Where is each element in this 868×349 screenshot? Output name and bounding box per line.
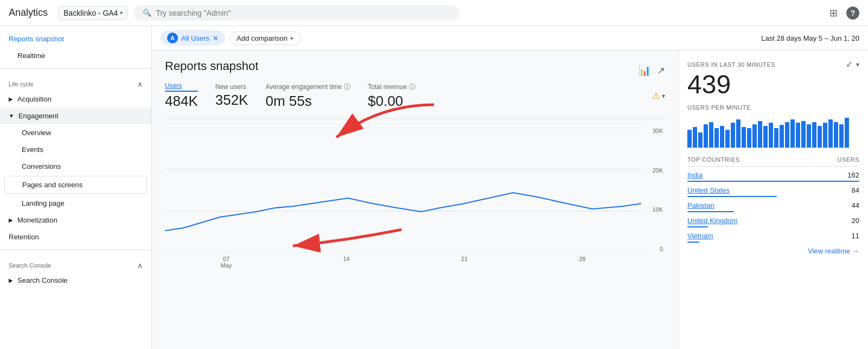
- line-chart-svg: [165, 128, 641, 252]
- sidebar: Reports snapshot Realtime Life cycle ∧ ▶…: [0, 26, 152, 349]
- mini-bar: [812, 122, 816, 148]
- add-comparison-label: Add comparison: [237, 34, 288, 42]
- country-name[interactable]: United Kingdom: [687, 217, 738, 225]
- sidebar-divider-1: [0, 68, 151, 69]
- countries-list: India162United States84Pakistan44United …: [687, 171, 859, 243]
- realtime-section-label: USERS IN LAST 30 MINUTES: [687, 61, 775, 68]
- country-name[interactable]: Pakistan: [687, 201, 714, 210]
- lifecycle-group-label: Life cycle ∧: [0, 73, 151, 91]
- country-users-count: 44: [852, 201, 859, 210]
- sidebar-item-overview[interactable]: Overview: [0, 124, 151, 141]
- country-row: United Kingdom20: [687, 217, 859, 227]
- metric-users-label[interactable]: Users: [165, 82, 198, 92]
- share-icon[interactable]: ↗: [657, 65, 665, 77]
- right-panel: USERS IN LAST 30 MINUTES ✓ ▾ 439 USERS P…: [678, 50, 868, 349]
- mini-bar: [763, 126, 768, 148]
- info-icon-revenue[interactable]: ⓘ: [409, 83, 416, 92]
- country-name[interactable]: United States: [687, 186, 730, 194]
- plus-icon: +: [290, 34, 294, 42]
- country-bar: [687, 196, 777, 197]
- sidebar-item-engagement[interactable]: ▼ Engagement: [0, 107, 151, 124]
- grid-icon[interactable]: ⊞: [829, 7, 838, 19]
- realtime-check-icon[interactable]: ✓: [846, 59, 853, 69]
- sidebar-item-conversions[interactable]: Conversions: [0, 158, 151, 175]
- view-realtime-link[interactable]: View realtime →: [687, 247, 859, 255]
- mini-bar: [687, 130, 692, 148]
- metric-engagement-value: 0m 55s: [265, 93, 350, 110]
- help-icon[interactable]: ?: [846, 7, 859, 20]
- all-users-label: All Users: [181, 34, 209, 42]
- sidebar-item-landing-page[interactable]: Landing page: [0, 195, 151, 212]
- chart-svg-wrap: [165, 128, 641, 252]
- close-icon[interactable]: ✕: [213, 34, 219, 42]
- search-icon: 🔍: [143, 9, 151, 17]
- mini-bar-chart: [687, 115, 859, 148]
- country-bar: [687, 226, 708, 227]
- add-comparison-button[interactable]: Add comparison +: [229, 31, 301, 45]
- mini-bar: [731, 123, 735, 148]
- mini-bar: [747, 128, 751, 148]
- mini-bar: [818, 126, 822, 148]
- header-right: ⊞ ?: [829, 7, 859, 20]
- mini-bar: [698, 132, 703, 148]
- search-input[interactable]: [156, 9, 451, 17]
- all-users-badge[interactable]: A All Users ✕: [161, 30, 225, 46]
- snapshot-content: Reports snapshot 📊 ↗ Users 484K New user…: [152, 50, 868, 349]
- mini-bar: [736, 119, 741, 148]
- mini-bar: [758, 121, 762, 148]
- search-bar[interactable]: 🔍: [134, 5, 459, 21]
- metric-dropdown-icon[interactable]: ▾: [662, 92, 665, 100]
- sidebar-item-acquisition[interactable]: ▶ Acquisition: [0, 91, 151, 107]
- sidebar-item-pages-screens[interactable]: Pages and screens: [4, 176, 147, 194]
- x-label-14: 14: [343, 256, 349, 269]
- chart-container: 30K 20K 10K 0: [165, 128, 665, 269]
- mini-bar: [693, 127, 697, 148]
- metric-alert: ⚠ ▾: [652, 91, 665, 101]
- search-console-expand-icon: ▶: [9, 277, 13, 283]
- country-users-count: 20: [852, 217, 859, 225]
- realtime-dropdown-icon[interactable]: ▾: [856, 61, 859, 68]
- mini-bar: [709, 122, 713, 148]
- metric-engagement: Average engagement time ⓘ 0m 55s: [265, 83, 350, 110]
- alert-icon[interactable]: ⚠: [652, 91, 660, 101]
- mini-bar: [828, 119, 833, 148]
- mini-bar: [801, 121, 806, 148]
- metric-revenue-value: $0.00: [368, 93, 416, 110]
- mini-bar: [785, 122, 789, 148]
- mini-bar: [845, 118, 849, 148]
- mini-bar: [769, 123, 773, 148]
- arrow-right-icon: →: [852, 247, 859, 255]
- expand-icon: ▶: [9, 96, 13, 102]
- sidebar-item-monetization[interactable]: ▶ Monetization: [0, 212, 151, 229]
- sidebar-item-realtime[interactable]: Realtime: [0, 47, 151, 64]
- property-name: Backlinko - GA4: [63, 9, 118, 17]
- content-area: A All Users ✕ Add comparison + Last 28 d…: [152, 26, 868, 349]
- metric-new-users-label: New users: [215, 83, 248, 91]
- country-name[interactable]: Vietnam: [687, 232, 713, 240]
- avatar: A: [167, 33, 178, 43]
- info-icon-engagement[interactable]: ⓘ: [344, 83, 350, 92]
- chart-icon[interactable]: 📊: [639, 65, 650, 77]
- sidebar-divider-2: [0, 250, 151, 250]
- mini-bar: [774, 128, 778, 148]
- x-label-28: 28: [579, 256, 585, 269]
- sidebar-item-search-console[interactable]: ▶ Search Console: [0, 272, 151, 289]
- sidebar-item-reports-snapshot[interactable]: Reports snapshot: [0, 30, 151, 47]
- users-col-label: USERS: [838, 156, 859, 163]
- users-per-min-label: USERS PER MINUTE: [687, 104, 859, 111]
- mini-bar: [839, 124, 844, 148]
- metric-engagement-label: Average engagement time: [265, 83, 342, 91]
- country-name[interactable]: India: [687, 171, 703, 179]
- top-countries-label: TOP COUNTRIES: [687, 156, 740, 163]
- country-row: India162: [687, 171, 859, 182]
- property-selector[interactable]: Backlinko - GA4 ▾: [59, 6, 127, 20]
- country-row: United States84: [687, 186, 859, 197]
- main-layout: Reports snapshot Realtime Life cycle ∧ ▶…: [0, 26, 868, 349]
- mini-bar: [720, 126, 724, 148]
- sidebar-item-events[interactable]: Events: [0, 141, 151, 158]
- realtime-header: USERS IN LAST 30 MINUTES ✓ ▾: [687, 59, 859, 69]
- main-chart-area: Reports snapshot 📊 ↗ Users 484K New user…: [152, 50, 678, 349]
- collapse-icon: ▼: [9, 113, 14, 119]
- sidebar-item-retention[interactable]: Retention: [0, 229, 151, 245]
- date-range[interactable]: Last 28 days May 5 – Jun 1, 20: [761, 34, 859, 42]
